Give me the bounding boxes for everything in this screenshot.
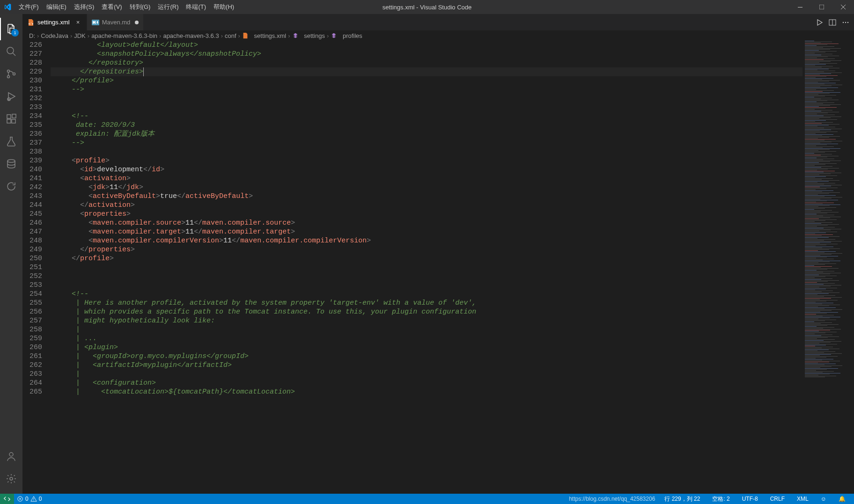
tab-maven-md[interactable]: Maven.md (87, 14, 144, 30)
svg-point-3 (7, 70, 10, 73)
svg-point-16 (843, 22, 844, 22)
menu-file[interactable]: 文件(F) (15, 1, 43, 13)
settings-gear-icon[interactable] (0, 467, 22, 490)
svg-rect-8 (7, 119, 11, 123)
explorer-badge: 1 (11, 29, 19, 37)
language-mode[interactable]: XML (794, 496, 811, 502)
close-button[interactable] (832, 0, 854, 14)
watermark-text: https://blog.csdn.net/qq_42583206 (569, 496, 655, 502)
menu-go[interactable]: 转到(G) (126, 1, 155, 13)
menu-help[interactable]: 帮助(H) (210, 1, 238, 13)
xml-file-icon (27, 19, 35, 26)
chevron-right-icon: › (288, 32, 290, 39)
status-bar: 0 0 https://blog.csdn.net/qq_42583206 行 … (0, 494, 854, 504)
svg-point-18 (847, 22, 848, 22)
minimize-button[interactable] (789, 0, 811, 14)
source-control-icon[interactable] (0, 63, 22, 85)
main-area: 1 (0, 14, 854, 494)
explorer-icon[interactable]: 1 (0, 18, 22, 40)
tab-close-icon[interactable]: × (74, 19, 82, 26)
tab-actions (816, 14, 854, 30)
remote-button[interactable] (0, 494, 14, 504)
menu-terminal[interactable]: 终端(T) (182, 1, 210, 13)
status-right: https://blog.csdn.net/qq_42583206 行 229，… (569, 495, 854, 503)
svg-point-4 (7, 76, 10, 78)
minimap[interactable] (802, 41, 854, 494)
chevron-right-icon: › (159, 32, 161, 39)
menu-selection[interactable]: 选择(S) (70, 1, 98, 13)
menu-run[interactable]: 运行(R) (154, 1, 182, 13)
window-title: settings.xml - Visual Studio Code (383, 4, 472, 11)
crumb-settings[interactable]: settings (292, 32, 325, 39)
extensions-icon[interactable] (0, 108, 22, 130)
crumb-conf[interactable]: conf (225, 32, 236, 39)
tabs-bar: settings.xml × Maven.md (22, 14, 854, 30)
run-debug-icon[interactable] (0, 85, 22, 108)
svg-point-13 (10, 477, 13, 480)
svg-rect-0 (798, 7, 802, 7)
back-icon[interactable] (0, 175, 22, 197)
split-editor-icon[interactable] (829, 19, 836, 26)
markdown-file-icon (92, 19, 99, 26)
more-actions-icon[interactable] (842, 19, 849, 26)
status-left: 0 0 (0, 494, 44, 504)
title-bar: 文件(F) 编辑(E) 选择(S) 查看(V) 转到(G) 运行(R) 终端(T… (0, 0, 854, 14)
encoding[interactable]: UTF-8 (739, 496, 761, 502)
crumb-d[interactable]: D: (29, 32, 35, 39)
window-controls (789, 0, 854, 14)
menu-view[interactable]: 查看(V) (98, 1, 125, 13)
eol[interactable]: CRLF (767, 496, 788, 502)
code-content[interactable]: <layout>default</layout> <snapshotPolicy… (51, 41, 802, 494)
accounts-icon[interactable] (0, 445, 22, 467)
activity-bar: 1 (0, 14, 22, 494)
indentation[interactable]: 空格: 2 (709, 495, 732, 503)
svg-rect-10 (12, 114, 16, 118)
crumb-file[interactable]: settings.xml (242, 32, 286, 39)
svg-rect-9 (12, 119, 15, 123)
svg-rect-7 (7, 115, 11, 118)
problems-button[interactable]: 0 0 (14, 496, 44, 502)
crumb-codejava[interactable]: CodeJava (41, 32, 68, 39)
cursor-position[interactable]: 行 229，列 22 (662, 495, 703, 503)
activity-bottom (0, 445, 22, 490)
tab-dirty-icon (135, 21, 139, 24)
menu-bar: 文件(F) 编辑(E) 选择(S) 查看(V) 转到(G) 运行(R) 终端(T… (15, 1, 238, 13)
svg-rect-1 (819, 5, 824, 9)
crumb-profiles[interactable]: profiles (331, 32, 362, 39)
search-icon[interactable] (0, 40, 22, 63)
notifications-icon[interactable]: 🔔 (836, 496, 848, 502)
breadcrumbs[interactable]: D: › CodeJava › JDK › apache-maven-3.6.3… (22, 30, 854, 41)
editor-body[interactable]: 2262272282292302312322332342352362372382… (22, 41, 854, 494)
editor-container: settings.xml × Maven.md D: › CodeJava › … (22, 14, 854, 494)
run-icon[interactable] (816, 19, 823, 26)
svg-point-17 (845, 22, 846, 22)
chevron-right-icon: › (327, 32, 329, 39)
chevron-right-icon: › (88, 32, 89, 39)
tab-label: settings.xml (37, 19, 70, 26)
feedback-icon[interactable]: ☺ (818, 496, 829, 502)
svg-point-12 (9, 453, 13, 456)
tab-settings-xml[interactable]: settings.xml × (22, 14, 87, 30)
crumb-jdk[interactable]: JDK (74, 32, 86, 39)
tab-label: Maven.md (102, 19, 131, 26)
database-icon[interactable] (0, 153, 22, 175)
svg-point-11 (7, 160, 15, 162)
svg-point-5 (13, 73, 15, 75)
line-gutter: 2262272282292302312322332342352362372382… (22, 41, 51, 494)
chevron-right-icon: › (238, 32, 240, 39)
crumb-maven[interactable]: apache-maven-3.6.3 (163, 32, 219, 39)
vscode-logo-icon (4, 3, 11, 11)
svg-point-2 (7, 47, 14, 54)
crumb-maven-bin[interactable]: apache-maven-3.6.3-bin (91, 32, 157, 39)
maximize-button[interactable] (811, 0, 832, 14)
chevron-right-icon: › (37, 32, 39, 39)
chevron-right-icon: › (70, 32, 72, 39)
menu-edit[interactable]: 编辑(E) (43, 1, 70, 13)
chevron-right-icon: › (221, 32, 223, 39)
testing-icon[interactable] (0, 130, 22, 153)
